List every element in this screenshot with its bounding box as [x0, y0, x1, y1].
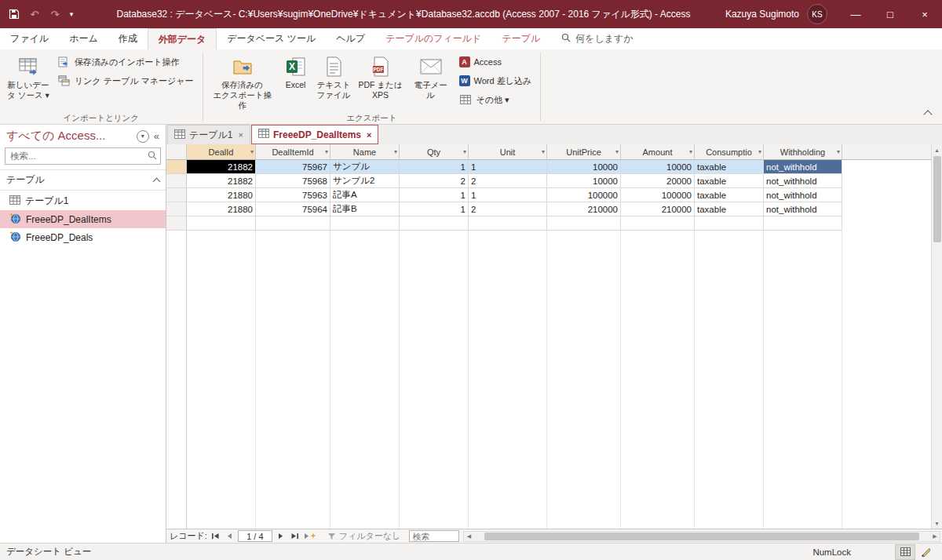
minimize-button[interactable]: —	[838, 0, 873, 28]
record-selector[interactable]	[166, 202, 187, 216]
saved-imports-button[interactable]: 保存済みのインポート操作	[53, 53, 198, 71]
cell-Amount[interactable]	[621, 216, 695, 231]
cell-Unit[interactable]: 1	[469, 160, 547, 174]
cell-Unit[interactable]: 2	[469, 202, 547, 216]
export-email-button[interactable]: 電子メール	[408, 52, 454, 111]
cell-DealItemId[interactable]: 75968	[256, 174, 330, 188]
cell-Consumptio[interactable]: taxable	[695, 202, 764, 216]
cell-DealId[interactable]: 21880	[187, 188, 256, 202]
document-tab-freeedp-dealitems[interactable]: FreeeDP_DealItems×	[251, 125, 379, 144]
ribbon-tab-file[interactable]: ファイル	[0, 28, 59, 49]
cell-Name[interactable]: 記事B	[330, 202, 400, 216]
cell-Name[interactable]: サンプル2	[330, 174, 400, 188]
scroll-down-icon[interactable]: ▼	[932, 518, 942, 529]
filter-dropdown-icon[interactable]: ▾	[250, 148, 254, 155]
account-name[interactable]: Kazuya Sugimoto	[725, 9, 799, 20]
collapse-ribbon-icon[interactable]	[923, 110, 932, 118]
shutter-close-icon[interactable]: «	[154, 130, 159, 142]
cell-Consumptio[interactable]: taxable	[695, 174, 764, 188]
filter-dropdown-icon[interactable]: ▾	[837, 148, 840, 155]
ribbon-tab-database-tools[interactable]: データベース ツール	[217, 28, 326, 49]
cell-DealId[interactable]: 21880	[187, 202, 256, 216]
tell-me-search[interactable]: 何をしますか	[550, 28, 644, 49]
scrollbar-thumb[interactable]	[933, 156, 941, 242]
cell-Name[interactable]: サンプル	[330, 160, 400, 174]
saved-exports-button[interactable]: 保存済みの エクスポート操作	[208, 52, 277, 111]
scroll-right-icon[interactable]: ▶	[930, 533, 940, 540]
cell-Unit[interactable]: 1	[469, 188, 547, 202]
cell-DealItemId[interactable]: 75963	[256, 188, 330, 202]
ribbon-tab-table-fields[interactable]: テーブルのフィールド	[375, 28, 491, 49]
column-header-DealId[interactable]: DealId▾	[187, 144, 256, 160]
cell-Withholding[interactable]	[764, 216, 842, 231]
record-selector[interactable]	[166, 216, 187, 231]
datasheet-view-button[interactable]	[895, 544, 915, 560]
undo-icon[interactable]: ↶	[25, 5, 44, 24]
cell-Consumptio[interactable]	[695, 216, 764, 231]
cell-Qty[interactable]: 1	[400, 202, 469, 216]
cell-Withholding[interactable]: not_withhold	[764, 188, 842, 202]
first-record-button[interactable]	[210, 531, 221, 542]
column-header-UnitPrice[interactable]: UnitPrice▾	[547, 144, 621, 160]
avatar[interactable]: KS	[807, 4, 827, 24]
cell-Qty[interactable]: 1	[400, 188, 469, 202]
filter-dropdown-icon[interactable]: ▾	[689, 148, 692, 155]
horizontal-scrollbar[interactable]: ◀ ▶	[463, 531, 940, 542]
filter-dropdown-icon[interactable]: ▾	[758, 148, 761, 155]
cell-UnitPrice[interactable]: 10000	[547, 174, 621, 188]
export-access-button[interactable]: A Access	[455, 53, 536, 71]
maximize-button[interactable]: □	[873, 0, 907, 28]
document-tab-table1[interactable]: テーブル1×	[167, 125, 250, 144]
column-header-Withholding[interactable]: Withholding▾	[764, 144, 842, 160]
nav-item-freeedp-deals[interactable]: FreeeDP_Deals	[0, 228, 166, 246]
previous-record-button[interactable]	[224, 531, 236, 542]
scroll-up-icon[interactable]: ▲	[932, 144, 942, 155]
record-position[interactable]: 1 / 4	[238, 530, 272, 542]
cell-Amount[interactable]: 100000	[621, 188, 695, 202]
cell-Name[interactable]	[330, 216, 400, 231]
cell-Withholding[interactable]: not_withhold	[764, 202, 842, 216]
record-search-input[interactable]	[410, 531, 458, 541]
export-excel-button[interactable]: X Excel	[279, 52, 313, 111]
vertical-scrollbar[interactable]: ▲ ▼	[931, 144, 942, 529]
cell-Unit[interactable]	[469, 216, 547, 231]
filter-dropdown-icon[interactable]: ▾	[325, 148, 328, 155]
cell-Withholding[interactable]: not_withhold	[764, 174, 842, 188]
cell-Consumptio[interactable]: taxable	[695, 188, 764, 202]
select-all-corner[interactable]	[166, 144, 187, 160]
cell-Consumptio[interactable]: taxable	[695, 160, 764, 174]
save-icon[interactable]	[5, 5, 24, 24]
cell-Amount[interactable]: 20000	[621, 174, 695, 188]
next-record-button[interactable]	[275, 531, 287, 542]
cell-DealId[interactable]: 21882	[187, 174, 256, 188]
nav-search-input[interactable]	[9, 151, 148, 162]
close-tab-icon[interactable]: ×	[239, 130, 243, 140]
export-more-button[interactable]: その他 ▾	[455, 91, 536, 108]
filter-dropdown-icon[interactable]: ▾	[394, 148, 397, 155]
cell-Withholding[interactable]: not_withhold	[764, 160, 842, 174]
column-header-Unit[interactable]: Unit▾	[469, 144, 547, 160]
record-selector[interactable]	[166, 160, 187, 174]
column-header-DealItemId[interactable]: DealItemId▾	[256, 144, 330, 160]
cell-DealItemId[interactable]	[256, 216, 330, 231]
column-header-Consumptio[interactable]: Consumptio▾	[695, 144, 764, 160]
cell-Qty[interactable]: 1	[400, 160, 469, 174]
close-tab-icon[interactable]: ×	[367, 130, 371, 140]
nav-item-table1[interactable]: テーブル1	[0, 192, 166, 210]
cell-Name[interactable]: 記事A	[330, 188, 400, 202]
cell-DealItemId[interactable]: 75964	[256, 202, 330, 216]
cell-Qty[interactable]	[400, 216, 469, 231]
cell-Amount[interactable]: 210000	[621, 202, 695, 216]
search-icon[interactable]	[148, 151, 157, 162]
filter-dropdown-icon[interactable]: ▾	[463, 148, 466, 155]
record-selector[interactable]	[166, 188, 187, 202]
cell-Unit[interactable]: 2	[469, 174, 547, 188]
ribbon-tab-create[interactable]: 作成	[108, 28, 148, 49]
scrollbar-thumb[interactable]	[484, 533, 919, 540]
nav-section-tables[interactable]: テーブル	[0, 169, 166, 191]
cell-UnitPrice[interactable]: 10000	[547, 160, 621, 174]
nav-pane-title[interactable]: すべての Access...	[6, 129, 137, 144]
qat-customize-icon[interactable]: ▾	[66, 5, 77, 24]
cell-DealItemId[interactable]: 75967	[256, 160, 330, 174]
export-pdf-xps-button[interactable]: PDF PDF または XPS	[355, 52, 407, 111]
